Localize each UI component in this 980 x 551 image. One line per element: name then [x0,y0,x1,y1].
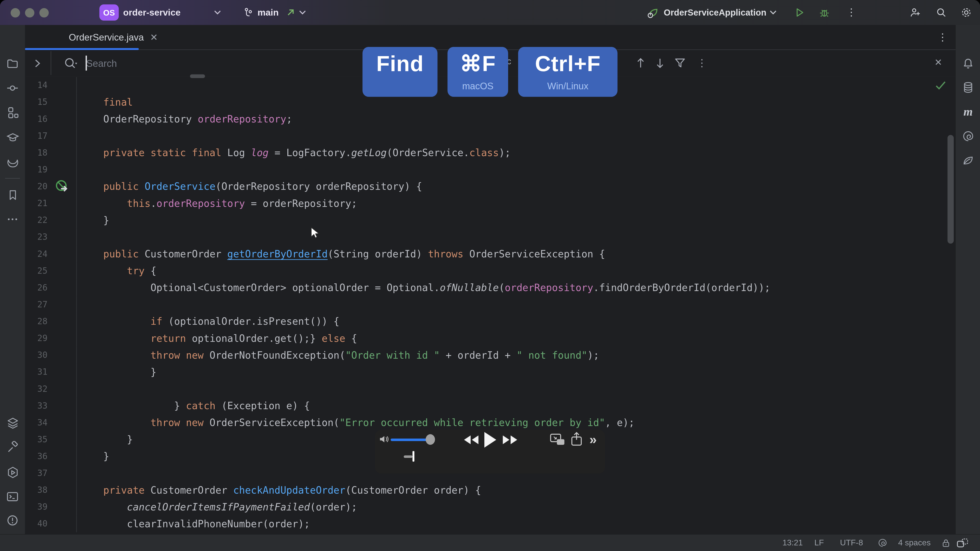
gutter[interactable] [48,499,76,515]
settings-gear-icon[interactable] [961,7,972,18]
rewind-icon[interactable] [463,434,479,445]
gutter[interactable] [48,330,76,347]
gutter[interactable] [48,77,76,94]
line-separator[interactable]: LF [815,535,824,551]
build-hammer-icon[interactable] [6,441,19,454]
window-zoom-button[interactable] [39,8,48,17]
code-line[interactable]: 21 this.orderRepository = orderRepositor… [25,195,956,212]
more-tool-windows-icon[interactable] [6,213,19,226]
code-line[interactable]: 24 public CustomerOrder getOrderByOrderI… [25,245,956,262]
code-line[interactable]: 22 } [25,212,956,229]
previous-occurrence-icon[interactable] [636,57,645,69]
inspections-ok-check-icon[interactable] [935,81,946,90]
debug-button[interactable] [819,7,830,18]
code-text[interactable]: return optionalOrder.get();} else { [76,330,357,347]
code-text[interactable]: Optional<CustomerOrder> optionalOrder = … [76,279,770,296]
problems-tool-icon[interactable] [6,513,19,527]
gutter[interactable] [48,397,76,414]
tab-options-kebab[interactable]: ⋮ [937,31,947,44]
code-text[interactable]: throw new OrderServiceException("Error o… [76,414,635,431]
gutter[interactable] [48,178,76,195]
code-line[interactable]: 40 clearInvalidPhoneNumber(order); [25,515,956,532]
scrollbar-horizontal-thumb[interactable] [190,74,205,78]
seek-playhead[interactable] [412,451,414,462]
run-services-hexagon-icon[interactable] [6,465,19,479]
gutter[interactable] [48,431,76,448]
spring-leaf-tool-icon[interactable] [961,154,975,167]
code-text[interactable]: OrderRepository orderRepository; [76,110,292,127]
window-close-button[interactable] [10,8,20,17]
code-text[interactable]: public OrderService(OrderRepository orde… [76,178,422,195]
code-line[interactable]: 30 throw new OrderNotFoundException("Ord… [25,347,956,364]
run-configuration-selector[interactable]: OrderServiceApplication [664,0,767,25]
code-text[interactable]: private CustomerOrder checkAndUpdateOrde… [76,482,481,499]
code-text[interactable]: } catch (Exception e) { [76,397,310,414]
code-text[interactable] [76,77,80,94]
gutter[interactable] [48,364,76,380]
project-icon-badge[interactable]: OS [99,4,119,21]
code-text[interactable] [76,161,80,178]
gutter[interactable] [48,110,76,127]
code-line[interactable]: 26 Optional<CustomerOrder> optionalOrder… [25,279,956,296]
screen-layout-icon[interactable] [956,537,969,549]
more-controls-chevrons[interactable]: » [589,433,597,446]
gutter[interactable] [48,245,76,262]
code-line[interactable]: 34 throw new OrderServiceException("Erro… [25,414,956,431]
search-everywhere-icon[interactable] [935,7,947,18]
filter-funnel-icon[interactable] [674,57,686,69]
close-search-icon[interactable]: ✕ [934,57,942,68]
volume-icon[interactable] [380,435,390,443]
gutter[interactable] [48,144,76,161]
caret-position[interactable]: 13:21 [783,535,803,551]
terminal-tool-icon[interactable] [6,490,19,503]
code-text[interactable]: } [76,431,133,448]
file-encoding[interactable]: UTF-8 [840,535,863,551]
structure-tool-icon[interactable] [6,106,19,119]
indent-style[interactable]: 4 spaces [898,535,931,551]
code-text[interactable]: this.orderRepository = orderRepository; [76,195,357,212]
gutter[interactable] [48,465,76,482]
code-line[interactable]: 18 private static final Log log = LogFac… [25,144,956,161]
code-text[interactable]: try { [76,262,156,279]
window-minimize-button[interactable] [25,8,34,17]
code-text[interactable]: private static final Log log = LogFactor… [76,144,511,161]
code-line[interactable]: 33 } catch (Exception e) { [25,397,956,414]
scrollbar-vertical-thumb[interactable] [948,135,954,244]
learn-tool-icon[interactable] [6,130,19,144]
code-text[interactable] [76,465,80,482]
gutter[interactable] [48,127,76,144]
code-text[interactable]: public CustomerOrder getOrderByOrderId(S… [76,245,605,262]
code-line[interactable]: 32 [25,380,956,397]
gutter[interactable] [48,94,76,110]
play-icon[interactable] [483,431,498,449]
next-occurrence-icon[interactable] [655,57,664,69]
services-layers-icon[interactable] [6,416,19,430]
code-line[interactable]: 25 try { [25,262,956,279]
chevron-down-icon[interactable] [299,10,306,15]
search-options-icon[interactable] [64,57,79,70]
code-text[interactable]: cancelOrderItemsIfPaymentFailed(order); [76,499,357,515]
more-actions-kebab[interactable]: ⋮ [846,6,856,19]
fast-forward-icon[interactable] [502,434,518,445]
gutter[interactable] [48,229,76,245]
code-text[interactable]: } [76,448,109,465]
gutter[interactable] [48,262,76,279]
tab-close-icon[interactable]: ✕ [150,32,158,43]
commit-tool-icon[interactable] [6,81,19,95]
gutter[interactable] [48,515,76,532]
gutter[interactable] [48,448,76,465]
bookmarks-tool-icon[interactable] [6,188,19,202]
lock-icon[interactable] [941,538,951,548]
code-line[interactable]: 31 } [25,364,956,380]
code-text[interactable]: clearInvalidPhoneNumber(order); [76,515,310,532]
picture-in-picture-icon[interactable] [550,433,565,446]
project-tool-icon[interactable] [6,57,19,71]
code-line[interactable]: 39 cancelOrderItemsIfPaymentFailed(order… [25,499,956,515]
gutter[interactable] [48,279,76,296]
gutter[interactable] [48,414,76,431]
code-line[interactable]: 17 [25,127,956,144]
code-line[interactable]: 29 return optionalOrder.get();} else { [25,330,956,347]
gutter[interactable] [48,296,76,313]
gutter[interactable] [48,380,76,397]
gutter[interactable] [48,212,76,229]
